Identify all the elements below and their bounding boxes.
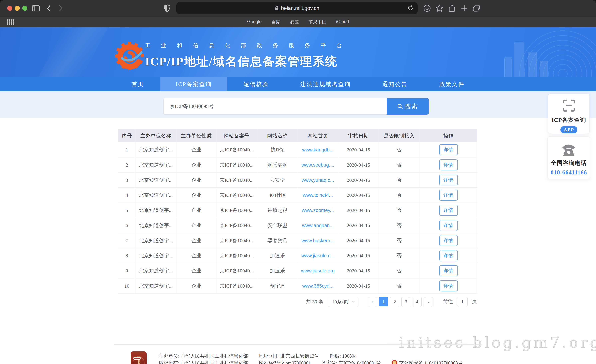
pagination-bar: 共 39 条 10条/页 ‹1234› 前往 页 bbox=[118, 297, 477, 307]
nav-item[interactable]: 通知公告 bbox=[366, 77, 423, 91]
site-link[interactable]: www.hackern... bbox=[301, 238, 334, 243]
footer-text: 京公网安备 11040102700068号 bbox=[392, 360, 463, 364]
detail-button[interactable]: 详情 bbox=[439, 220, 458, 231]
reload-icon[interactable] bbox=[407, 5, 413, 13]
cell-restricted: 否 bbox=[379, 142, 420, 157]
site-link[interactable]: www.jiasule.org bbox=[301, 268, 335, 274]
cell-audit-date: 2020-04-15 bbox=[338, 188, 379, 203]
detail-button[interactable]: 详情 bbox=[439, 175, 458, 185]
header-rings-graphic bbox=[516, 27, 596, 77]
cell-site-url: www.jiasule.c... bbox=[298, 248, 338, 263]
sidebar-icon[interactable] bbox=[31, 0, 41, 17]
cell-site-url: www.jiasule.org bbox=[298, 263, 338, 278]
detail-button[interactable]: 详情 bbox=[439, 280, 458, 291]
site-link[interactable]: www.365cyd... bbox=[302, 283, 333, 289]
bookmark-item[interactable]: 必应 bbox=[290, 19, 299, 25]
minimize-window-button[interactable] bbox=[15, 6, 20, 11]
bookmark-item[interactable]: 百度 bbox=[271, 19, 280, 25]
cell-site-name: 加速乐 bbox=[257, 248, 298, 263]
footer-text: 备案号: 京ICP备 04000001号 bbox=[322, 360, 381, 364]
cell-license: 京ICP备10040... bbox=[216, 142, 257, 157]
cell-restricted: 否 bbox=[379, 173, 420, 188]
cell-org-name: 北京知道创宇... bbox=[135, 188, 176, 203]
nav-item[interactable]: 短信核验 bbox=[227, 77, 284, 91]
cell-audit-date: 2020-04-15 bbox=[338, 173, 379, 188]
hotline-number[interactable]: 010-66411166 bbox=[551, 169, 587, 176]
forward-button[interactable] bbox=[57, 0, 65, 17]
table-row: 2北京知道创宇...企业京ICP备10040...洞悉漏洞www.seebug.… bbox=[119, 157, 477, 172]
cell-seq: 7 bbox=[119, 233, 135, 248]
nav-item[interactable]: 政策文件 bbox=[423, 77, 480, 91]
footer-line-2: 版权所有: 中华人民共和国工业和信息化部网站标识码: bm07000001备案号… bbox=[159, 360, 463, 364]
nav-item[interactable]: 违法违规域名查询 bbox=[284, 77, 366, 91]
downloads-icon[interactable] bbox=[422, 0, 432, 17]
detail-button[interactable]: 详情 bbox=[439, 265, 458, 276]
site-link[interactable]: www.yunaq.c... bbox=[302, 177, 334, 183]
site-link[interactable]: www.anquan... bbox=[302, 223, 334, 228]
site-link[interactable]: www.seebug.... bbox=[301, 162, 334, 168]
site-link[interactable]: www.kangdb... bbox=[302, 147, 334, 153]
results-table: 序号主办单位名称主办单位性质网站备案号网站名称网站首页审核日期是否限制接入操作 … bbox=[118, 129, 477, 293]
police-badge-icon bbox=[392, 360, 397, 364]
site-link[interactable]: www.zoomey... bbox=[302, 208, 334, 213]
cell-site-name: 云安全 bbox=[257, 173, 298, 188]
footer-line-1: 主办单位: 中华人民共和国工业和信息化部地址: 中国北京西长安街13号邮编: 1… bbox=[159, 353, 357, 359]
detail-button[interactable]: 详情 bbox=[439, 144, 458, 155]
page-button[interactable]: 2 bbox=[390, 297, 399, 306]
search-button[interactable]: 搜索 bbox=[387, 98, 429, 115]
cell-license: 京ICP备10040... bbox=[216, 173, 257, 188]
nav-item[interactable]: ICP备案查询 bbox=[160, 77, 228, 91]
next-page-button[interactable]: › bbox=[424, 297, 433, 306]
privacy-shield-icon[interactable] bbox=[162, 0, 172, 17]
bookmark-item[interactable]: Google bbox=[247, 19, 261, 25]
page-button[interactable]: 3 bbox=[402, 297, 410, 306]
detail-button[interactable]: 详情 bbox=[439, 250, 458, 261]
cell-action: 详情 bbox=[420, 173, 477, 188]
app-badge[interactable]: APP bbox=[560, 126, 577, 133]
search-input[interactable] bbox=[164, 98, 387, 115]
page-button[interactable]: 4 bbox=[413, 297, 422, 306]
header-building-graphic bbox=[504, 57, 512, 77]
cell-org-type: 企业 bbox=[176, 173, 216, 188]
detail-button[interactable]: 详情 bbox=[439, 205, 458, 216]
cell-restricted: 否 bbox=[379, 263, 420, 278]
detail-button[interactable]: 详情 bbox=[439, 190, 458, 201]
nav-item[interactable]: 首页 bbox=[116, 77, 160, 91]
page-size-select[interactable]: 10条/页 bbox=[328, 297, 358, 307]
cell-audit-date: 2020-04-15 bbox=[338, 203, 379, 218]
site-link[interactable]: www.jiasule.c... bbox=[301, 253, 334, 258]
zoom-window-button[interactable] bbox=[22, 6, 27, 11]
cell-license: 京ICP备10040... bbox=[216, 218, 257, 233]
bookmark-item[interactable]: iCloud bbox=[336, 19, 349, 25]
cell-restricted: 否 bbox=[379, 157, 420, 172]
cell-seq: 9 bbox=[119, 263, 135, 278]
cell-org-type: 企业 bbox=[176, 263, 216, 278]
prev-page-button[interactable]: ‹ bbox=[368, 297, 377, 306]
footer-text: 版权所有: 中华人民共和国工业和信息化部 bbox=[159, 360, 248, 364]
cell-org-type: 企业 bbox=[176, 248, 216, 263]
page-button[interactable]: 1 bbox=[379, 297, 388, 306]
bookmark-item[interactable]: 苹果中国 bbox=[308, 19, 327, 25]
goto-page-input[interactable] bbox=[457, 297, 468, 306]
cell-site-name: 加速乐 bbox=[257, 263, 298, 278]
favorites-grid-icon[interactable] bbox=[7, 19, 14, 25]
table-row: 3北京知道创宇...企业京ICP备10040...云安全www.yunaq.c.… bbox=[119, 172, 477, 188]
tab-overview-icon[interactable] bbox=[472, 0, 482, 17]
ministry-emblem-logo bbox=[131, 351, 147, 364]
cell-site-url: www.anquan... bbox=[298, 218, 338, 233]
url-bar[interactable]: beian.miit.gov.cn bbox=[176, 2, 418, 15]
back-button[interactable] bbox=[45, 0, 53, 17]
cell-action: 详情 bbox=[420, 233, 477, 248]
detail-button[interactable]: 详情 bbox=[439, 235, 458, 246]
url-text: beian.miit.gov.cn bbox=[281, 5, 319, 11]
bookmark-star-icon[interactable] bbox=[435, 0, 444, 17]
cell-site-name: 404社区 bbox=[257, 188, 298, 203]
column-header: 网站备案号 bbox=[216, 130, 257, 142]
share-icon[interactable] bbox=[447, 0, 457, 17]
detail-button[interactable]: 详情 bbox=[439, 159, 458, 170]
site-link[interactable]: www.telnet4... bbox=[303, 192, 333, 198]
cell-org-type: 企业 bbox=[176, 203, 216, 218]
new-tab-icon[interactable] bbox=[460, 0, 469, 17]
footer-text-value: 备案号: 京ICP备 04000001号 bbox=[322, 360, 381, 364]
close-window-button[interactable] bbox=[7, 6, 12, 11]
